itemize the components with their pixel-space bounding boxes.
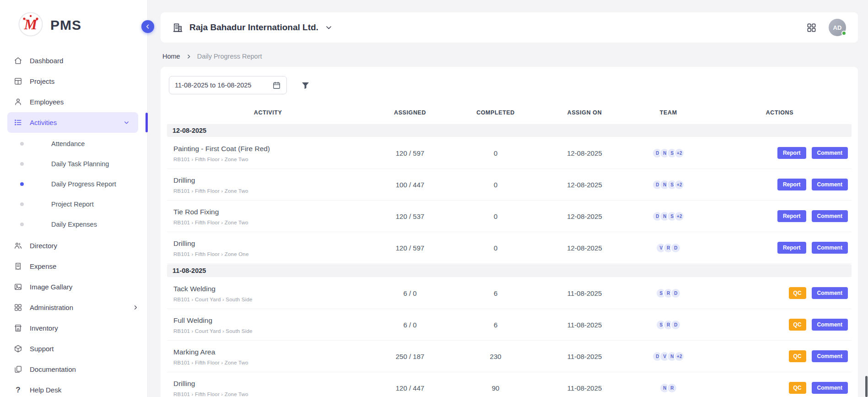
comment-button[interactable]: Comment	[812, 210, 848, 222]
sidebar-item-label: Inventory	[30, 324, 58, 332]
sidebar-item-dashboard[interactable]: Dashboard	[0, 50, 147, 71]
column-header-team: TEAM	[629, 109, 708, 116]
bullet-icon	[20, 223, 24, 226]
sidebar-subitem-daily-progress-report[interactable]: Daily Progress Report	[0, 174, 147, 194]
column-header-activity: ACTIVITY	[167, 109, 369, 116]
team-avatar-overflow: +2	[674, 179, 685, 190]
completed-value: 0	[451, 181, 540, 189]
sidebar-subitem-daily-task-planning[interactable]: Daily Task Planning	[0, 154, 147, 174]
grid-icon	[806, 22, 817, 33]
date-group-header: 11-08-2025	[167, 264, 852, 277]
user-menu[interactable]: AD	[829, 19, 846, 36]
assigned-value: 100 / 447	[369, 181, 451, 189]
sidebar-item-documentation[interactable]: Documentation	[0, 359, 147, 380]
report-button[interactable]: Report	[777, 242, 806, 254]
image-icon	[14, 283, 22, 291]
home-icon	[14, 56, 22, 65]
sidebar-item-administration[interactable]: Administration	[0, 297, 147, 318]
app-title: PMS	[50, 17, 81, 33]
report-button[interactable]: Report	[777, 210, 806, 222]
report-button[interactable]: Report	[777, 147, 806, 159]
qc-button[interactable]: QC	[789, 287, 806, 299]
activity-location-path: RB101 › Fifth Floor › Zone Two	[173, 392, 369, 397]
qc-button[interactable]: QC	[789, 350, 806, 362]
assigned-value: 120 / 597	[369, 149, 451, 157]
receipt-icon	[14, 262, 22, 271]
date-range-value: 11-08-2025 to 16-08-2025	[175, 82, 251, 89]
company-selector[interactable]: Raja Bahadur International Ltd.	[173, 22, 333, 33]
comment-button[interactable]: Comment	[812, 382, 848, 394]
apps-grid-button[interactable]	[806, 22, 817, 33]
breadcrumb-home[interactable]: Home	[162, 53, 180, 60]
breadcrumb: Home Daily Progress Report	[162, 53, 858, 60]
report-button[interactable]: Report	[777, 179, 806, 190]
topbar: Raja Bahadur International Ltd. AD	[161, 12, 858, 43]
box-icon	[14, 344, 22, 353]
sidebar-item-directory[interactable]: Directory	[0, 235, 147, 256]
sidebar-nav: Dashboard Projects Employees Activities …	[0, 48, 147, 397]
filter-button[interactable]	[301, 81, 310, 90]
team-avatars: N R	[629, 383, 708, 393]
activity-title: Marking Area	[173, 348, 369, 356]
sidebar-collapse-button[interactable]	[141, 20, 154, 33]
column-header-actions: ACTIONS	[708, 109, 852, 116]
team-avatar: D	[670, 288, 681, 299]
sidebar-item-label: Support	[30, 345, 54, 353]
sidebar-item-label: Documentation	[30, 365, 76, 373]
team-avatar-overflow: +2	[674, 148, 685, 158]
sidebar-item-inventory[interactable]: Inventory	[0, 318, 147, 338]
comment-button[interactable]: Comment	[812, 319, 848, 331]
activity-title: Tie Rod Fixing	[173, 208, 369, 216]
copy-icon	[14, 365, 22, 374]
activity-location-path: RB101 › Fifth Floor › Zone One	[173, 251, 369, 257]
comment-button[interactable]: Comment	[812, 147, 848, 159]
logo-row: M PMS	[0, 0, 147, 48]
team-avatar: D	[670, 243, 681, 253]
pms-logo: M	[18, 12, 43, 38]
comment-button[interactable]: Comment	[812, 179, 848, 190]
funnel-icon	[301, 81, 310, 90]
sidebar-item-image-gallary[interactable]: Image Gallary	[0, 277, 147, 297]
active-indicator	[146, 113, 148, 132]
table-row: Drilling RB101 › Fifth Floor › Zone Two …	[167, 169, 852, 201]
assigned-value: 250 / 187	[369, 353, 451, 360]
sidebar-item-employees[interactable]: Employees	[0, 92, 147, 112]
qc-button[interactable]: QC	[789, 382, 806, 394]
team-avatars: S R D	[629, 320, 708, 330]
team-avatar-overflow: +2	[674, 351, 685, 362]
assign-on-date: 11-08-2025	[540, 353, 629, 360]
storefront-icon	[14, 324, 22, 332]
sidebar-item-projects[interactable]: Projects	[0, 71, 147, 92]
sidebar-item-label: Employees	[30, 98, 64, 106]
projects-icon	[14, 77, 22, 86]
date-range-input[interactable]: 11-08-2025 to 16-08-2025	[169, 76, 287, 94]
sidebar-item-label: Administration	[30, 304, 73, 311]
activity-location-path: RB101 › Fifth Floor › Zone Two	[173, 188, 369, 194]
comment-button[interactable]: Comment	[812, 287, 848, 299]
table-row: Painting - First Coat (Fire Red) RB101 ›…	[167, 137, 852, 169]
qc-button[interactable]: QC	[789, 319, 806, 331]
sidebar: M PMS Dashboard Projects Em	[0, 0, 148, 397]
sidebar-item-help-desk[interactable]: ? Help Desk	[0, 380, 147, 397]
sidebar-item-label: Directory	[30, 242, 57, 250]
date-group-header: 12-08-2025	[167, 124, 852, 137]
sidebar-item-activities[interactable]: Activities	[7, 112, 138, 133]
sidebar-subitem-project-report[interactable]: Project Report	[0, 194, 147, 214]
comment-button[interactable]: Comment	[812, 242, 848, 254]
comment-button[interactable]: Comment	[812, 350, 848, 362]
breadcrumb-current: Daily Progress Report	[197, 53, 262, 60]
sidebar-item-support[interactable]: Support	[0, 338, 147, 359]
assigned-value: 6 / 0	[369, 289, 451, 297]
sidebar-subitem-daily-expenses[interactable]: Daily Expenses	[0, 214, 147, 234]
assigned-value: 6 / 0	[369, 321, 451, 329]
main-content: Raja Bahadur International Ltd. AD Home …	[148, 0, 868, 397]
completed-value: 230	[451, 353, 540, 360]
activity-title: Full Welding	[173, 316, 369, 325]
team-avatars: D V N +2	[629, 351, 708, 362]
chevron-down-icon	[325, 24, 333, 32]
table-row: Drilling RB101 › Fifth Floor › Zone Two …	[167, 372, 852, 397]
sidebar-subitem-attendance[interactable]: Attendance	[0, 134, 147, 154]
sidebar-item-expense[interactable]: Expense	[0, 256, 147, 277]
vertical-scrollbar[interactable]	[865, 376, 868, 397]
team-avatars: S R D	[629, 288, 708, 299]
